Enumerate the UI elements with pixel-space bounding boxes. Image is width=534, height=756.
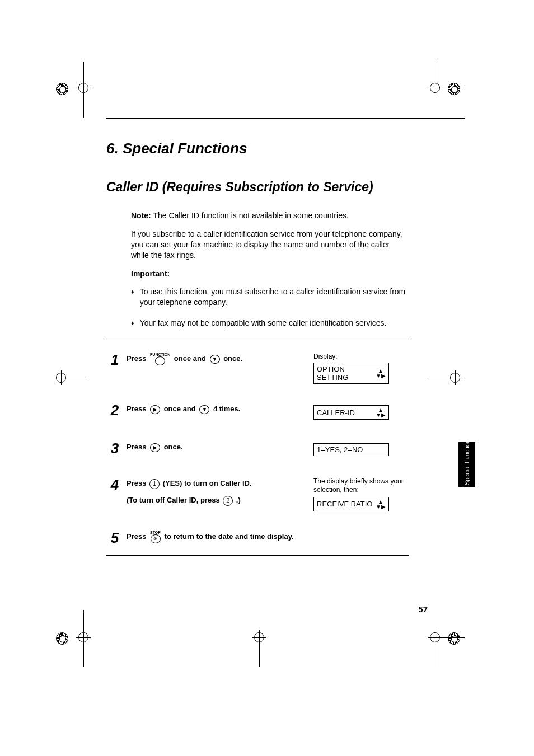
step-text: Press bbox=[127, 354, 148, 363]
page-number: 57 bbox=[418, 604, 428, 614]
section-title: Caller ID (Requires Subscription to Serv… bbox=[106, 180, 409, 195]
step-display: The display briefly shows your selection… bbox=[313, 477, 409, 511]
crosshair-icon bbox=[428, 630, 442, 645]
step-text: Press bbox=[127, 405, 148, 413]
key-1-icon: 1 bbox=[149, 479, 160, 489]
down-key-icon: ▼ bbox=[199, 405, 209, 414]
note-label: Note: bbox=[131, 211, 151, 220]
side-tab: 6. Special Functions bbox=[458, 442, 475, 487]
step-instruction: Press STOP ⊘ to return to the date and t… bbox=[127, 530, 308, 543]
updown-right-icon: ▲▼▶ bbox=[376, 499, 386, 509]
step-display: 1=YES, 2=NO bbox=[313, 441, 409, 456]
step-text: once. bbox=[164, 443, 183, 451]
diamond-icon: ♦ bbox=[131, 288, 134, 296]
down-glyph: ▼ bbox=[210, 355, 220, 364]
right-key-icon: ▶ bbox=[150, 405, 160, 414]
bullet-list: ♦ To use this function, you must subscri… bbox=[131, 287, 409, 328]
updown-right-icon: ▲▼▶ bbox=[376, 407, 386, 417]
register-mark-icon bbox=[448, 83, 460, 95]
bullet-item: ♦ Your fax may not be compatible with so… bbox=[131, 318, 409, 328]
cropmark-line bbox=[435, 645, 435, 667]
cropmark-line bbox=[442, 637, 465, 638]
step-text: once and bbox=[174, 354, 208, 363]
lcd-text: RECEIVE RATIO bbox=[317, 500, 372, 508]
key-label: FUNCTION bbox=[150, 353, 170, 356]
crosshair-icon bbox=[448, 370, 462, 385]
step-display: Display: OPTION SETTING ▲▼▶ bbox=[313, 353, 409, 384]
crosshair-icon bbox=[76, 81, 91, 95]
lcd-box: CALLER-ID ▲▼▶ bbox=[313, 405, 389, 420]
updown-right-icon: ▲▼▶ bbox=[376, 368, 386, 378]
cropmark-line bbox=[428, 378, 448, 378]
page-content: 6. Special Functions Caller ID (Requires… bbox=[106, 140, 409, 556]
lcd-box: 1=YES, 2=NO bbox=[313, 443, 389, 456]
cropmark-line bbox=[442, 88, 465, 88]
cropmark-line bbox=[83, 645, 84, 667]
step-text: (To turn off Caller ID, press bbox=[127, 496, 222, 504]
note-text: The Caller ID function is not available … bbox=[151, 211, 349, 220]
cropmark-line bbox=[83, 95, 84, 118]
right-glyph: ▶ bbox=[150, 405, 160, 414]
function-key-icon: FUNCTION bbox=[150, 353, 170, 365]
key-2-icon: 2 bbox=[223, 496, 233, 506]
lcd-text: CALLER-ID bbox=[317, 408, 355, 417]
side-tab-label: 6. Special Functions bbox=[463, 436, 470, 492]
step-display: CALLER-ID ▲▼▶ bbox=[313, 403, 409, 420]
right-key-icon: ▶ bbox=[150, 443, 160, 452]
step-number: 4 bbox=[106, 477, 123, 492]
step-instruction: Press 1 (YES) to turn on Caller ID. (To … bbox=[127, 477, 308, 506]
step-text: to return to the date and time display. bbox=[165, 532, 294, 541]
crosshair-icon bbox=[76, 630, 91, 645]
crosshair-icon bbox=[252, 630, 266, 645]
bullet-item: ♦ To use this function, you must subscri… bbox=[131, 287, 409, 308]
display-note: The display briefly shows your selection… bbox=[313, 477, 409, 494]
step-text: once and bbox=[164, 405, 198, 413]
right-glyph: ▶ bbox=[150, 443, 160, 452]
steps-box: 1 Press FUNCTION once and ▼ once. Displa… bbox=[106, 339, 409, 556]
step-row: 1 Press FUNCTION once and ▼ once. Displa… bbox=[106, 353, 409, 384]
step-row: 3 Press ▶ once. 1=YES, 2=NO bbox=[106, 441, 409, 456]
step-number: 5 bbox=[106, 530, 123, 545]
step-text: Press bbox=[127, 479, 148, 487]
down-key-icon: ▼ bbox=[210, 355, 220, 364]
cropmark-line bbox=[83, 62, 84, 81]
cropmark-line bbox=[259, 645, 260, 667]
note-line: Note: The Caller ID function is not avai… bbox=[131, 210, 409, 221]
lcd-text: OPTION SETTING bbox=[317, 365, 376, 382]
diamond-icon: ♦ bbox=[131, 319, 134, 327]
step-row: 2 Press ▶ once and ▼ 4 times. CALLER-ID … bbox=[106, 403, 409, 420]
step-number: 2 bbox=[106, 403, 123, 417]
step-number: 1 bbox=[106, 353, 123, 367]
top-rule bbox=[106, 118, 465, 119]
register-mark-icon bbox=[448, 632, 460, 645]
chapter-title: 6. Special Functions bbox=[106, 140, 409, 157]
bullet-text: To use this function, you must subscribe… bbox=[140, 287, 409, 308]
step-text: (YES) to turn on Caller ID. bbox=[163, 479, 252, 487]
cropmark-line bbox=[83, 610, 84, 630]
lcd-box: RECEIVE RATIO ▲▼▶ bbox=[313, 497, 389, 511]
step-row: 4 Press 1 (YES) to turn on Caller ID. (T… bbox=[106, 477, 409, 511]
step-row: 5 Press STOP ⊘ to return to the date and… bbox=[106, 530, 409, 545]
important-label: Important: bbox=[131, 269, 409, 279]
step-text: 4 times. bbox=[213, 405, 240, 413]
key-label: STOP bbox=[150, 530, 161, 534]
cropmark-line bbox=[54, 88, 76, 88]
register-mark-icon bbox=[56, 632, 68, 645]
step-instruction: Press FUNCTION once and ▼ once. bbox=[127, 353, 308, 365]
step-text: once. bbox=[223, 354, 242, 363]
step-text: Press bbox=[127, 443, 148, 451]
intro-text: If you subscribe to a caller identificat… bbox=[131, 229, 409, 261]
step-text: .) bbox=[236, 496, 241, 504]
stop-key-icon: STOP ⊘ bbox=[150, 530, 161, 543]
cropmark-line bbox=[68, 378, 88, 378]
cropmark-line bbox=[435, 62, 435, 81]
register-mark-icon bbox=[56, 83, 68, 95]
down-glyph: ▼ bbox=[199, 405, 209, 414]
bullet-text: Your fax may not be compatible with some… bbox=[140, 318, 387, 328]
lcd-box: OPTION SETTING ▲▼▶ bbox=[313, 363, 389, 384]
step-text: Press bbox=[127, 532, 148, 541]
step-instruction: Press ▶ once. bbox=[127, 441, 308, 453]
step-instruction: Press ▶ once and ▼ 4 times. bbox=[127, 403, 308, 415]
crosshair-icon bbox=[54, 370, 68, 385]
display-label: Display: bbox=[313, 353, 409, 360]
